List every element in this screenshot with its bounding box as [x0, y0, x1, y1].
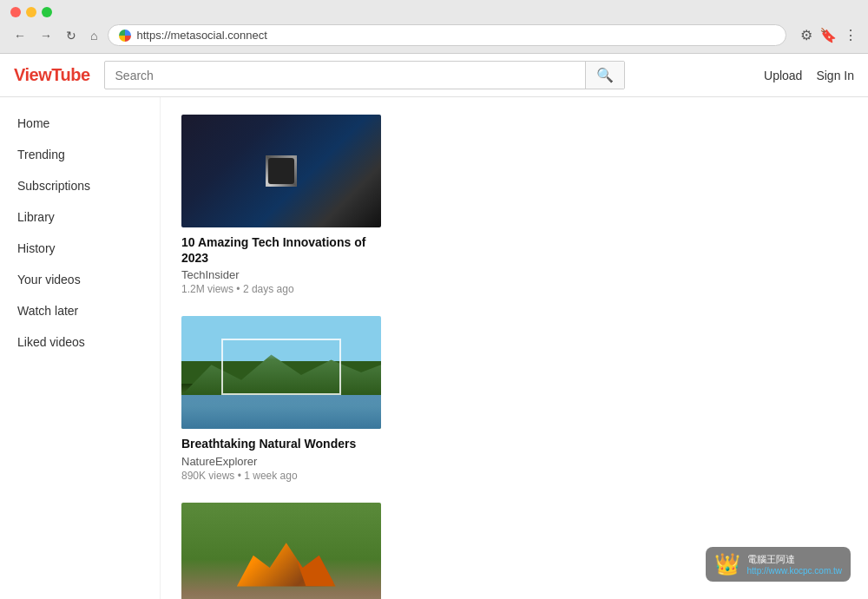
close-dot[interactable] [10, 7, 21, 17]
video-channel-2: NatureExplorer [181, 455, 381, 468]
sidebar-item-history[interactable]: History [0, 233, 160, 264]
video-thumbnail-3 [181, 503, 381, 599]
video-title-2: Breathtaking Natural Wonders [181, 436, 381, 451]
sidebar-item-home[interactable]: Home [0, 108, 160, 139]
page-layout: Home Trending Subscriptions Library Hist… [0, 97, 868, 599]
watermark-icon: 👑 [714, 552, 740, 576]
watermark: 👑 電腦王阿達 http://www.kocpc.com.tw [706, 547, 851, 582]
nature-overlay-box [221, 339, 341, 395]
menu-icon[interactable]: ⋮ [844, 27, 858, 43]
main-content: 10 Amazing Tech Innovations of 2023 Tech… [161, 97, 868, 599]
video-info-1: 10 Amazing Tech Innovations of 2023 Tech… [181, 227, 381, 295]
animal-fox-shape [232, 530, 342, 593]
video-meta-1: 1.2M views • 2 days ago [181, 283, 381, 295]
your-videos-label: Your videos [17, 273, 81, 286]
video-meta-2: 890K views • 1 week ago [181, 470, 381, 482]
back-button[interactable]: ← [10, 27, 30, 44]
trending-label: Trending [17, 148, 65, 161]
liked-videos-label: Liked videos [17, 335, 85, 349]
search-button[interactable]: 🔍 [585, 62, 624, 89]
app-logo[interactable]: ViewTube [14, 65, 90, 85]
sidebar-item-your-videos[interactable]: Your videos [0, 264, 160, 295]
address-bar-wrap: https://metasocial.connect [108, 24, 786, 46]
browser-traffic-lights [10, 7, 858, 17]
nature-water [181, 395, 381, 429]
sidebar-item-liked-videos[interactable]: Liked videos [0, 326, 160, 358]
app-bar: ViewTube 🔍 Upload Sign In [0, 54, 868, 97]
video-thumbnail-2 [181, 316, 381, 429]
video-card-3[interactable]: Cutest Animal Compilations AnimalLover 3… [181, 503, 381, 599]
sidebar-item-subscriptions[interactable]: Subscriptions [0, 170, 160, 201]
sidebar-item-watch-later[interactable]: Watch later [0, 295, 160, 326]
sidebar: Home Trending Subscriptions Library Hist… [0, 97, 161, 599]
history-label: History [17, 241, 56, 255]
watermark-site-name: 電腦王阿達 [747, 553, 842, 566]
forward-button[interactable]: → [36, 27, 56, 44]
settings-icon[interactable]: ⚙ [800, 27, 812, 43]
sidebar-item-library[interactable]: Library [0, 201, 160, 233]
browser-nav-bar: ← → ↻ ⌂ https://metasocial.connect ⚙ 🔖 ⋮ [10, 24, 858, 46]
video-info-2: Breathtaking Natural Wonders NatureExplo… [181, 429, 381, 481]
sidebar-item-trending[interactable]: Trending [0, 139, 160, 170]
home-label: Home [17, 116, 49, 130]
video-title-1: 10 Amazing Tech Innovations of 2023 [181, 234, 381, 266]
bookmark-icon[interactable]: 🔖 [819, 27, 837, 43]
minimize-dot[interactable] [26, 7, 36, 17]
address-bar[interactable]: https://metasocial.connect [108, 24, 786, 46]
url-text: https://metasocial.connect [136, 29, 266, 42]
video-card-2[interactable]: Breathtaking Natural Wonders NatureExplo… [181, 316, 381, 481]
maximize-dot[interactable] [42, 7, 52, 17]
refresh-button[interactable]: ↻ [62, 27, 80, 44]
subscriptions-label: Subscriptions [17, 179, 90, 193]
search-wrap: 🔍 [104, 61, 625, 89]
upload-button[interactable]: Upload [764, 69, 802, 82]
favicon [119, 30, 131, 42]
video-channel-1: TechInsider [181, 268, 381, 281]
search-input[interactable] [105, 63, 585, 88]
signin-button[interactable]: Sign In [816, 69, 854, 82]
watch-later-label: Watch later [17, 304, 78, 318]
search-icon: 🔍 [596, 68, 614, 82]
video-thumbnail-1 [181, 115, 381, 227]
app-bar-actions: Upload Sign In [764, 69, 854, 82]
browser-actions: ⚙ 🔖 ⋮ [800, 27, 858, 43]
watermark-url: http://www.kocpc.com.tw [747, 566, 842, 576]
library-label: Library [17, 210, 55, 224]
video-card-1[interactable]: 10 Amazing Tech Innovations of 2023 Tech… [181, 115, 381, 295]
browser-chrome: ← → ↻ ⌂ https://metasocial.connect ⚙ 🔖 ⋮ [0, 0, 868, 54]
home-button[interactable]: ⌂ [87, 27, 101, 44]
